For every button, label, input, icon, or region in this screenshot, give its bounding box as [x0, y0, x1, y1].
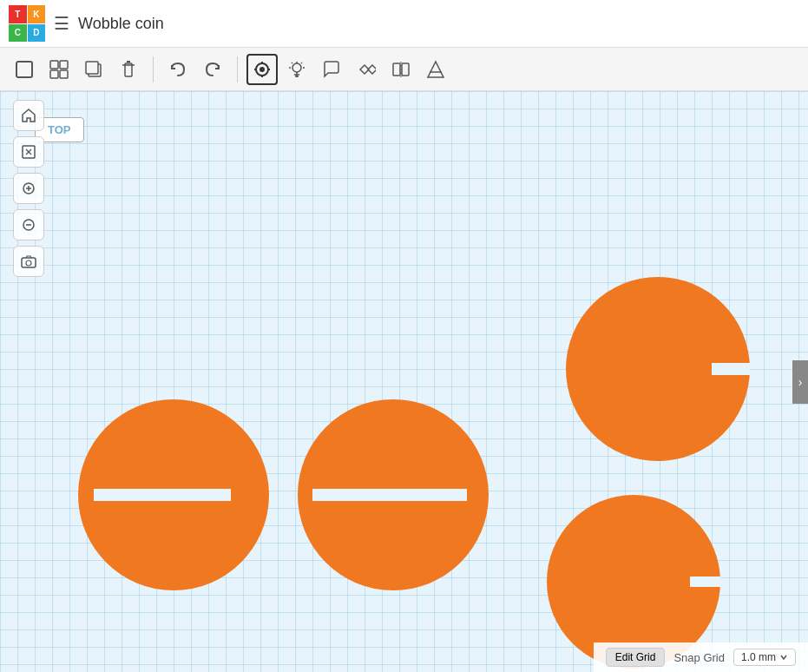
tinkercad-logo[interactable]: T K C D — [9, 5, 45, 42]
bottom-bar: Edit Grid Snap Grid 1.0 mm — [594, 642, 808, 672]
svg-line-21 — [292, 63, 292, 63]
chevron-down-icon — [779, 653, 788, 662]
left-sidebar — [0, 91, 56, 672]
svg-rect-3 — [50, 70, 58, 78]
svg-point-11 — [259, 67, 265, 72]
toolbar-separator-1 — [153, 56, 154, 82]
svg-rect-26 — [402, 63, 409, 76]
svg-rect-25 — [393, 63, 400, 76]
logo-cell-ker: K — [28, 5, 46, 23]
svg-rect-4 — [60, 70, 68, 78]
edit-grid-button[interactable]: Edit Grid — [606, 648, 666, 667]
toolbar-separator-2 — [237, 56, 238, 82]
toolbar — [0, 48, 808, 91]
header: T K C D ☰ Wobble coin — [0, 0, 808, 48]
svg-rect-2 — [60, 61, 68, 69]
right-arrow-icon: › — [798, 375, 803, 389]
svg-line-22 — [301, 63, 302, 63]
delete-button[interactable] — [113, 54, 144, 85]
svg-point-39 — [26, 260, 31, 266]
svg-rect-0 — [16, 62, 32, 77]
svg-marker-28 — [428, 62, 443, 77]
camera-button[interactable] — [13, 246, 44, 277]
comment-button[interactable] — [316, 54, 347, 85]
mirror-button[interactable] — [385, 54, 417, 85]
undo-button[interactable] — [162, 54, 194, 85]
main-area: TOP — [0, 91, 808, 672]
snap-button[interactable] — [351, 54, 382, 85]
svg-rect-6 — [86, 62, 98, 74]
project-title[interactable]: Wobble coin — [78, 15, 164, 33]
new-shape-button[interactable] — [9, 54, 40, 85]
logo-cell-ca: C — [9, 24, 27, 43]
snap-grid-label: Snap Grid — [673, 651, 725, 664]
snap-grid-number: 1.0 mm — [741, 651, 776, 663]
logo-cell-d: D — [28, 24, 46, 43]
logo-cell-tin: T — [9, 5, 27, 23]
svg-rect-1 — [50, 61, 58, 69]
zoom-out-button[interactable] — [13, 209, 44, 240]
view-button[interactable] — [246, 54, 278, 85]
right-panel-arrow[interactable]: › — [792, 360, 808, 404]
fit-button[interactable] — [13, 136, 44, 168]
canvas[interactable] — [0, 91, 808, 672]
menu-icon[interactable]: ☰ — [54, 13, 69, 34]
snap-grid-value[interactable]: 1.0 mm — [733, 649, 796, 666]
zoom-in-button[interactable] — [13, 173, 44, 204]
redo-button[interactable] — [197, 54, 228, 85]
duplicate-button[interactable] — [78, 54, 109, 85]
align-button[interactable] — [420, 54, 451, 85]
home-button[interactable] — [13, 100, 44, 131]
light-button[interactable] — [281, 54, 312, 85]
svg-point-16 — [292, 63, 301, 72]
group-button[interactable] — [43, 54, 75, 85]
